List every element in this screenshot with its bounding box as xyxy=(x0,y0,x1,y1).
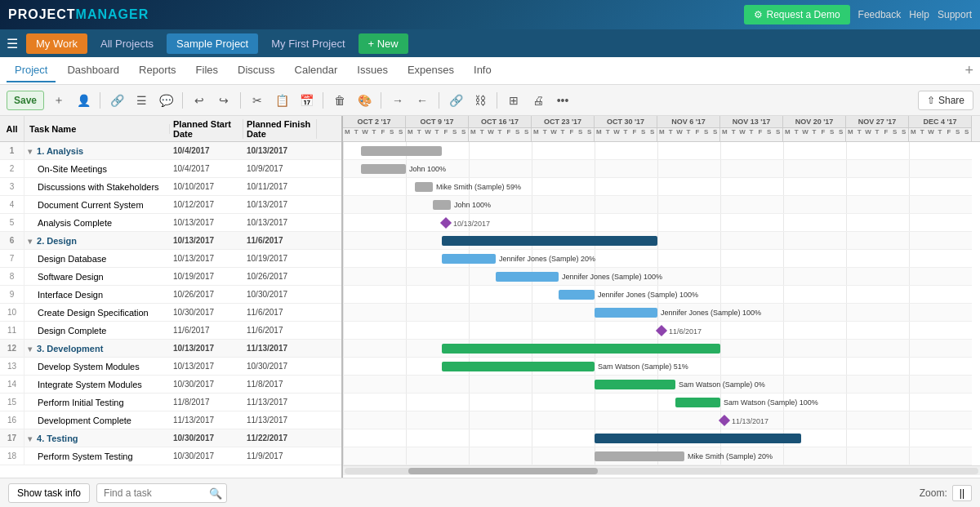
gantt-bar[interactable] xyxy=(496,272,559,282)
table-row[interactable]: 6 ▾ 2. Design 10/13/2017 11/6/2017 xyxy=(0,232,341,250)
print-icon[interactable]: 🖨 xyxy=(528,91,548,110)
gantt-bar[interactable] xyxy=(595,380,675,389)
toolbar-separator-5 xyxy=(381,92,381,109)
tab-reports[interactable]: Reports xyxy=(131,59,185,82)
grid-line xyxy=(532,214,532,231)
day-label: S xyxy=(450,128,459,136)
gantt-bar[interactable] xyxy=(361,146,442,156)
scrollbar-thumb[interactable] xyxy=(408,468,599,474)
link2-icon[interactable]: 🔗 xyxy=(446,91,466,110)
table-row[interactable]: 8 Software Design 10/19/2017 10/26/2017 xyxy=(0,268,341,286)
table-row[interactable]: 7 Design Database 10/13/2017 10/19/2017 xyxy=(0,250,341,268)
link-icon[interactable]: 🔗 xyxy=(107,91,127,110)
row-num: 5 xyxy=(0,214,24,231)
scrollbar-track[interactable] xyxy=(345,468,978,474)
table-row[interactable]: 4 Document Current System 10/12/2017 10/… xyxy=(0,196,341,214)
gantt-bar[interactable] xyxy=(361,164,406,174)
day-label: T xyxy=(810,128,819,136)
day-label: F xyxy=(755,128,764,136)
share-button[interactable]: ⇧ Share xyxy=(918,91,973,110)
feedback-link[interactable]: Feedback xyxy=(858,9,902,20)
day-label: S xyxy=(764,128,773,136)
tab-issues[interactable]: Issues xyxy=(349,59,396,82)
table-row[interactable]: 13 Develop System Modules 10/13/2017 10/… xyxy=(0,358,341,376)
add-tab-button[interactable]: + xyxy=(964,62,973,79)
day-label: M xyxy=(657,128,666,136)
row-num: 3 xyxy=(0,178,24,195)
user-icon[interactable]: 👤 xyxy=(74,91,93,110)
tab-dashboard[interactable]: Dashboard xyxy=(59,59,127,82)
tab-expenses[interactable]: Expenses xyxy=(399,59,462,82)
table-row[interactable]: 15 Perform Initial Testing 11/8/2017 11/… xyxy=(0,394,341,411)
table-row[interactable]: 1 ▾ 1. Analysis 10/4/2017 10/13/2017 xyxy=(0,142,341,160)
save-button[interactable]: Save xyxy=(7,91,44,110)
copy-icon[interactable]: 📋 xyxy=(272,91,292,110)
indent-icon[interactable]: → xyxy=(388,91,408,110)
gantt-bar[interactable] xyxy=(442,344,720,354)
redo-icon[interactable]: ↪ xyxy=(214,91,234,110)
table-row[interactable]: 18 Perform System Testing 10/30/2017 11/… xyxy=(0,447,341,465)
more-icon[interactable]: ••• xyxy=(553,91,572,110)
support-link[interactable]: Support xyxy=(938,9,972,20)
tab-calendar[interactable]: Calendar xyxy=(287,59,346,82)
outdent-icon[interactable]: ← xyxy=(412,91,432,110)
comment-icon[interactable]: 💬 xyxy=(156,91,176,110)
gantt-bar[interactable] xyxy=(559,290,595,300)
grid-icon[interactable]: ⊞ xyxy=(504,91,523,110)
gantt-bar[interactable] xyxy=(595,308,657,318)
day-label: S xyxy=(639,128,648,136)
table-row[interactable]: 12 ▾ 3. Development 10/13/2017 11/13/201… xyxy=(0,340,341,358)
show-task-info-button[interactable]: Show task info xyxy=(8,483,90,503)
gantt-bar[interactable] xyxy=(675,398,720,407)
table-row[interactable]: 10 Create Design Specification 10/30/201… xyxy=(0,304,341,322)
grid-line xyxy=(406,411,407,429)
table-row[interactable]: 3 Discussions with Stakeholders 10/10/20… xyxy=(0,178,341,196)
day-label: W xyxy=(550,128,559,136)
list-icon[interactable]: ☰ xyxy=(131,91,151,110)
row-num: 15 xyxy=(0,394,24,411)
day-label: S xyxy=(387,128,396,136)
demo-button[interactable]: ⚙ Request a Demo xyxy=(744,5,850,24)
chain-icon[interactable]: ⛓ xyxy=(470,91,490,110)
nav-my-first-project[interactable]: My First Project xyxy=(261,33,354,54)
new-project-button[interactable]: + New xyxy=(359,33,408,54)
gantt-bar[interactable] xyxy=(433,200,451,210)
table-row[interactable]: 5 Analysis Complete 10/13/2017 10/13/201… xyxy=(0,214,341,232)
gantt-bar[interactable] xyxy=(442,236,657,246)
table-row[interactable]: 17 ▾ 4. Testing 10/30/2017 11/22/2017 xyxy=(0,429,341,447)
gantt-bar[interactable] xyxy=(415,182,433,192)
gantt-bar[interactable] xyxy=(595,434,801,443)
tab-project[interactable]: Project xyxy=(7,59,56,82)
delete-icon[interactable]: 🗑 xyxy=(330,91,350,110)
milestone-label: 11/13/2017 xyxy=(732,417,768,425)
gantt-bar[interactable] xyxy=(595,451,684,461)
find-task-input[interactable] xyxy=(96,483,227,503)
grid-line xyxy=(532,178,532,195)
table-row[interactable]: 2 On-Site Meetings 10/4/2017 10/9/2017 xyxy=(0,160,341,178)
nav-all-projects[interactable]: All Projects xyxy=(91,33,163,54)
calendar-icon[interactable]: 📅 xyxy=(296,91,316,110)
table-row[interactable]: 9 Interface Design 10/26/2017 10/30/2017 xyxy=(0,286,341,304)
cut-icon[interactable]: ✂ xyxy=(247,91,267,110)
tab-info[interactable]: Info xyxy=(466,59,500,82)
paint-icon[interactable]: 🎨 xyxy=(354,91,374,110)
table-row[interactable]: 11 Design Complete 11/6/2017 11/6/2017 xyxy=(0,322,341,340)
grid-line xyxy=(595,160,595,177)
gantt-chart[interactable]: OCT 2 '17MTWTFSSOCT 9 '17MTWTFSSOCT 16 '… xyxy=(343,116,980,478)
table-row[interactable]: 14 Integrate System Modules 10/30/2017 1… xyxy=(0,376,341,394)
help-link[interactable]: Help xyxy=(909,9,929,20)
chart-scrollbar[interactable] xyxy=(343,465,980,475)
gantt-bar[interactable] xyxy=(442,254,496,264)
table-row[interactable]: 16 Development Complete 11/13/2017 11/13… xyxy=(0,411,341,429)
gantt-bar[interactable] xyxy=(442,362,595,371)
add-task-icon[interactable]: ＋ xyxy=(49,91,69,110)
undo-icon[interactable]: ↩ xyxy=(189,91,209,110)
tab-files[interactable]: Files xyxy=(188,59,226,82)
grid-line xyxy=(783,286,784,303)
hamburger-icon[interactable]: ☰ xyxy=(7,36,18,51)
grid-line xyxy=(657,232,658,249)
grid-line xyxy=(720,142,721,159)
nav-my-work[interactable]: My Work xyxy=(26,33,87,54)
tab-discuss[interactable]: Discuss xyxy=(229,59,283,82)
nav-sample-project[interactable]: Sample Project xyxy=(167,33,258,54)
